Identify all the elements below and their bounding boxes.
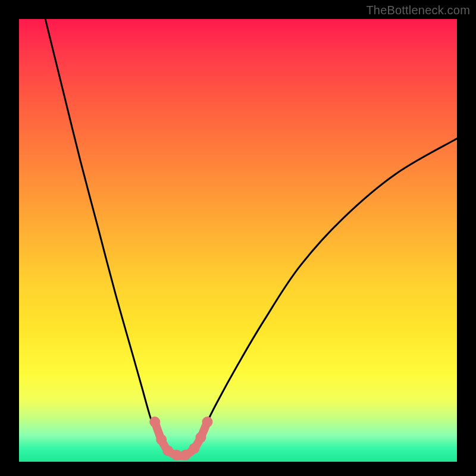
pink-curve-dot (156, 434, 167, 445)
pink-curve-dot (195, 432, 206, 443)
black-curve-left (45, 19, 164, 449)
pink-curve-dot (202, 416, 212, 427)
chart-frame: TheBottleneck.com (0, 0, 476, 476)
black-curve-right (194, 139, 457, 449)
pink-curve-dot (189, 443, 199, 454)
pink-curve-dot (149, 416, 160, 427)
curves-svg (19, 19, 457, 462)
pink-curve-dots (149, 416, 212, 461)
watermark-text: TheBottleneck.com (366, 4, 470, 17)
plot-area (19, 19, 457, 462)
pink-curve-dot (180, 450, 191, 461)
